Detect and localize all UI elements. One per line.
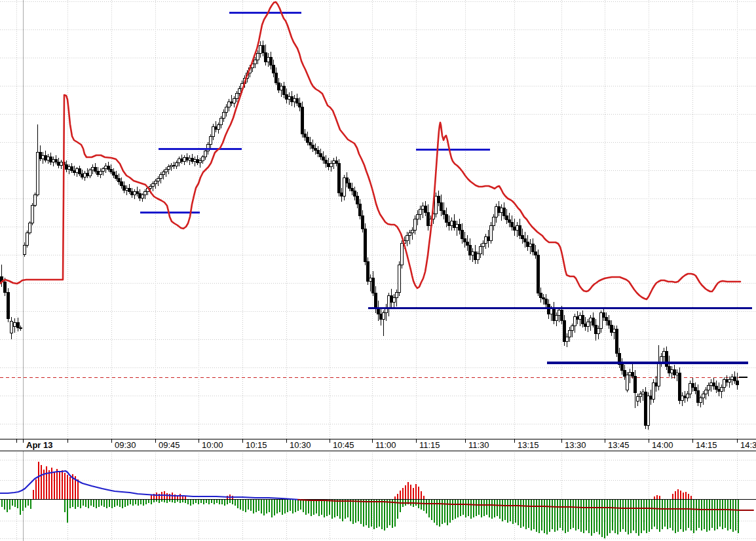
axis-time-label: 11:15 bbox=[419, 440, 440, 450]
indicator-panel[interactable] bbox=[0, 462, 756, 538]
support-resistance-levels-layer bbox=[140, 12, 752, 363]
trailing-stop-line bbox=[0, 2, 740, 299]
trading-chart-window: Apr 1309:3009:4510:0010:1510:3010:4511:0… bbox=[0, 0, 756, 541]
axis-time-label: 14:15 bbox=[696, 440, 717, 450]
axis-time-label: 09:45 bbox=[159, 440, 180, 450]
axis-time-label: 10:15 bbox=[246, 440, 267, 450]
axis-time-label: 09:30 bbox=[115, 440, 136, 450]
axis-time-label: 13:15 bbox=[518, 440, 539, 450]
time-axis[interactable]: Apr 1309:3009:4510:0010:1510:3010:4511:0… bbox=[0, 439, 756, 451]
axis-date-label: Apr 13 bbox=[26, 440, 52, 450]
axis-time-label: 11:00 bbox=[375, 440, 396, 450]
axis-time-label: 14:00 bbox=[652, 440, 673, 450]
axis-time-label: 14:3 bbox=[740, 440, 756, 450]
axis-time-label: 10:30 bbox=[290, 440, 311, 450]
axis-time-label: 10:00 bbox=[202, 440, 223, 450]
grid-layer bbox=[0, 0, 756, 541]
axis-time-label: 13:45 bbox=[608, 440, 630, 450]
axis-time-label: 11:30 bbox=[468, 440, 489, 450]
candles-layer bbox=[0, 41, 738, 430]
axis-time-label: 10:45 bbox=[333, 440, 354, 450]
main-chart-canvas[interactable]: Apr 1309:3009:4510:0010:1510:3010:4511:0… bbox=[0, 0, 756, 541]
axis-time-label: 13:30 bbox=[565, 440, 586, 450]
